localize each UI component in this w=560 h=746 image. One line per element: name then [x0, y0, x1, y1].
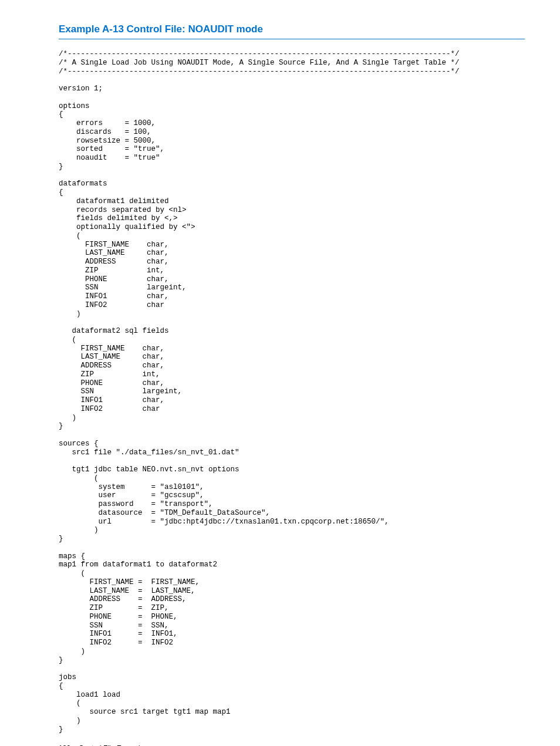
document-page: Example A-13 Control File: NOAUDIT mode … [0, 0, 560, 746]
example-heading: Example A-13 Control File: NOAUDIT mode [59, 23, 525, 39]
code-listing: /*--------------------------------------… [59, 50, 525, 734]
